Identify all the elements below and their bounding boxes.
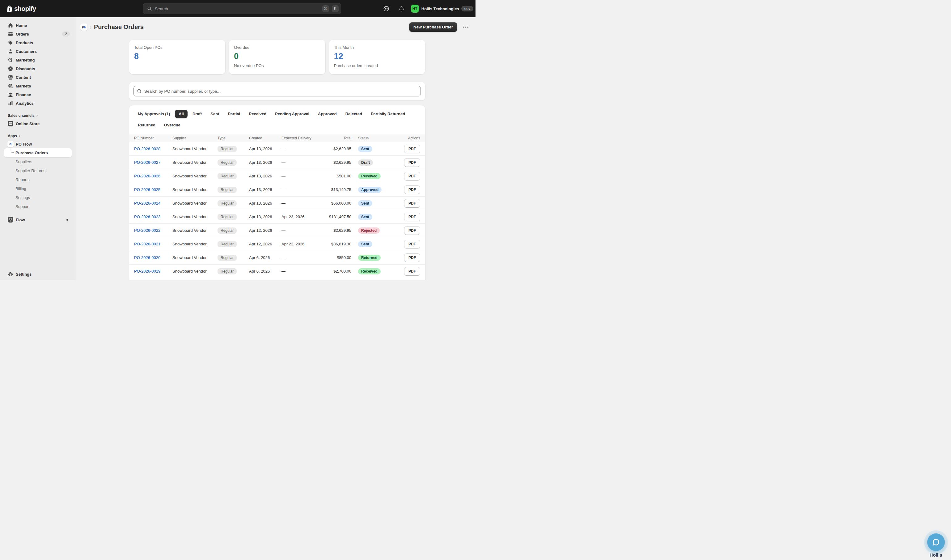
purchase-orders-table-card: My Approvals (1)AllDraftSentPartialRecei…	[129, 105, 425, 280]
status-badge: Sent	[358, 146, 372, 152]
filter-tab-all[interactable]: All	[175, 110, 188, 118]
po-number-link[interactable]: PO-2026-0020	[134, 255, 172, 260]
type-badge: Regular	[217, 160, 237, 166]
sidekick-button[interactable]	[382, 5, 390, 13]
store-name[interactable]: Hollis Technologies	[422, 6, 459, 11]
filter-tab-approved[interactable]: Approved	[314, 110, 340, 118]
shopify-logo[interactable]: shopify	[6, 0, 36, 17]
po-number-link[interactable]: PO-2026-0024	[134, 201, 172, 206]
pdf-button[interactable]: PDF	[404, 199, 420, 208]
actions-cell: PDF	[396, 145, 420, 153]
created-cell: Apr 13, 2026	[249, 187, 282, 192]
column-header-type: Type	[217, 136, 249, 140]
breadcrumb-app-icon[interactable]: PF	[80, 23, 88, 31]
status-badge: Received	[358, 173, 381, 179]
filter-tab-partially-returned[interactable]: Partially Returned	[367, 110, 409, 118]
sidebar-item-finance[interactable]: Finance	[4, 90, 72, 99]
actions-cell: PDF	[396, 158, 420, 167]
po-number-link[interactable]: PO-2026-0026	[134, 174, 172, 178]
po-number-link[interactable]: PO-2026-0027	[134, 160, 172, 165]
po-number-link[interactable]: PO-2026-0025	[134, 187, 172, 192]
table-row: PO-2026-0020Snowboard VendorRegularApr 6…	[129, 251, 425, 265]
sidebar-item-po-flow[interactable]: PF PO Flow	[4, 140, 72, 148]
column-header-actions: Actions	[396, 136, 420, 140]
filter-tab-rejected[interactable]: Rejected	[342, 110, 366, 118]
more-actions-button[interactable]	[462, 25, 469, 29]
filter-tab-returned[interactable]: Returned	[134, 121, 159, 129]
supplier-cell: Snowboard Vendor	[172, 201, 217, 206]
sidebar-item-orders[interactable]: Orders2	[4, 30, 72, 38]
po-search-input[interactable]: Search by PO number, supplier, or type..…	[134, 86, 421, 97]
status-cell: Sent	[358, 214, 396, 220]
svg-text:$: $	[11, 86, 13, 89]
sidebar-item-label: Supplier Returns	[15, 168, 45, 173]
actions-cell: PDF	[396, 212, 420, 221]
sidebar-item-flow[interactable]: Flow	[4, 215, 72, 224]
po-number-link[interactable]: PO-2026-0019	[134, 269, 172, 274]
table-body: PO-2026-0028Snowboard VendorRegularApr 1…	[129, 142, 425, 278]
filter-tab-my-approvals-1[interactable]: My Approvals (1)	[134, 110, 174, 118]
sidebar-item-billing[interactable]: Billing	[4, 184, 72, 193]
sidebar-item-support[interactable]: Support	[4, 202, 72, 211]
actions-cell: PDF	[396, 240, 420, 248]
filter-tab-pending-approval[interactable]: Pending Approval	[271, 110, 313, 118]
total-cell: $501.00	[329, 174, 351, 178]
page-header: PF › Purchase Orders New Purchase Order	[76, 17, 476, 37]
supplier-cell: Snowboard Vendor	[172, 146, 217, 151]
pdf-button[interactable]: PDF	[404, 172, 420, 180]
sidebar-item-discounts[interactable]: Discounts	[4, 64, 72, 73]
type-badge: Regular	[217, 241, 237, 247]
filter-tab-draft[interactable]: Draft	[189, 110, 205, 118]
sidebar-item-customers[interactable]: Customers	[4, 47, 72, 55]
type-badge: Regular	[217, 187, 237, 193]
sidebar-item-suppliers[interactable]: Suppliers	[4, 157, 72, 166]
table-row: PO-2026-0025Snowboard VendorRegularApr 1…	[129, 183, 425, 197]
type-cell: Regular	[217, 173, 249, 179]
pdf-button[interactable]: PDF	[404, 254, 420, 262]
apps-header[interactable]: Apps ›	[4, 134, 72, 138]
sidebar-item-supplier-returns[interactable]: Supplier Returns	[4, 166, 72, 175]
filter-tabs-row-1: My Approvals (1)AllDraftSentPartialRecei…	[129, 105, 425, 118]
sidebar-item-reports[interactable]: Reports	[4, 175, 72, 184]
pdf-button[interactable]: PDF	[404, 226, 420, 235]
flow-label: Flow	[16, 218, 25, 222]
po-flow-app-icon: PF	[8, 141, 13, 147]
sidebar-item-settings[interactable]: Settings	[4, 270, 72, 278]
po-number-link[interactable]: PO-2026-0022	[134, 228, 172, 233]
global-search-input[interactable]: Search ⌘ K	[143, 3, 341, 14]
sidebar-item-analytics[interactable]: Analytics	[4, 99, 72, 108]
sidebar-item-marketing[interactable]: Marketing	[4, 55, 72, 64]
pdf-button[interactable]: PDF	[404, 267, 420, 276]
sidebar-item-products[interactable]: Products	[4, 38, 72, 47]
sidebar-item-content[interactable]: Content	[4, 73, 72, 82]
sidekick-icon	[383, 6, 389, 11]
created-cell: Apr 12, 2026	[249, 242, 282, 246]
notifications-button[interactable]	[398, 5, 405, 13]
pdf-button[interactable]: PDF	[404, 145, 420, 153]
po-number-link[interactable]: PO-2026-0023	[134, 214, 172, 219]
store-avatar[interactable]: HT	[411, 5, 419, 13]
sidebar-item-home[interactable]: Home	[4, 21, 72, 30]
created-cell: Apr 13, 2026	[249, 146, 282, 151]
filter-tab-overdue[interactable]: Overdue	[160, 121, 184, 129]
sidebar-item-label: Products	[16, 40, 33, 45]
sidebar-item-purchase-orders[interactable]: Purchase Orders	[4, 148, 72, 157]
po-number-link[interactable]: PO-2026-0021	[134, 242, 172, 246]
pdf-button[interactable]: PDF	[404, 240, 420, 248]
sidebar-item-online-store[interactable]: Online Store	[4, 119, 72, 128]
sales-channels-header[interactable]: Sales channels ›	[4, 113, 72, 118]
pdf-button[interactable]: PDF	[404, 158, 420, 167]
expected-delivery-cell: —	[282, 255, 329, 260]
filter-tab-received[interactable]: Received	[245, 110, 270, 118]
sidebar-item-settings[interactable]: Settings	[4, 193, 72, 202]
po-number-link[interactable]: PO-2026-0028	[134, 146, 172, 151]
filter-tab-sent[interactable]: Sent	[207, 110, 223, 118]
filter-tab-partial[interactable]: Partial	[224, 110, 244, 118]
sidebar-item-markets[interactable]: $Markets	[4, 82, 72, 90]
table-row: PO-2026-0028Snowboard VendorRegularApr 1…	[129, 142, 425, 156]
new-purchase-order-button[interactable]: New Purchase Order	[409, 22, 457, 32]
pdf-button[interactable]: PDF	[404, 212, 420, 221]
pdf-button[interactable]: PDF	[404, 185, 420, 194]
status-cell: Sent	[358, 200, 396, 206]
stat-label: Total Open POs	[134, 45, 220, 50]
